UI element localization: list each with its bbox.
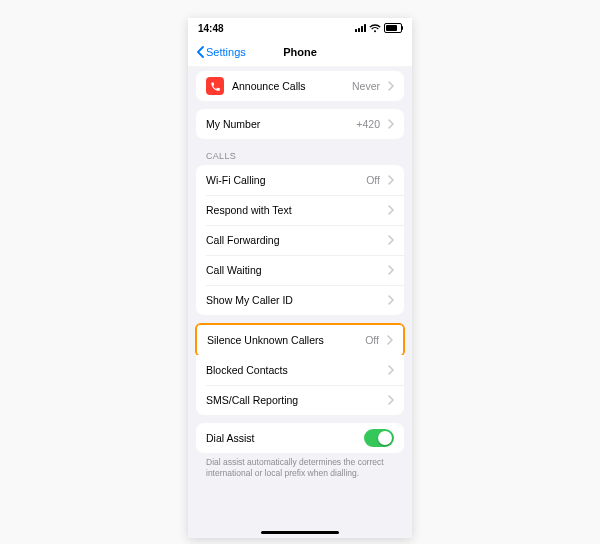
row-respond-with-text[interactable]: Respond with Text (196, 195, 404, 225)
row-silence-unknown[interactable]: Silence Unknown Callers Off (197, 325, 403, 355)
back-label: Settings (206, 46, 246, 58)
row-blocked-contacts[interactable]: Blocked Contacts (196, 355, 404, 385)
chevron-right-icon (388, 235, 394, 245)
show-caller-id-label: Show My Caller ID (206, 294, 380, 306)
chevron-right-icon (387, 335, 393, 345)
silence-unknown-value: Off (365, 334, 379, 346)
status-icons (355, 23, 402, 33)
group-announce: Announce Calls Never (196, 71, 404, 101)
chevron-right-icon (388, 395, 394, 405)
cellular-signal-icon (355, 24, 366, 32)
my-number-label: My Number (206, 118, 348, 130)
dial-assist-label: Dial Assist (206, 432, 356, 444)
chevron-right-icon (388, 119, 394, 129)
highlight-silence-unknown: Silence Unknown Callers Off (195, 323, 405, 357)
row-wifi-calling[interactable]: Wi-Fi Calling Off (196, 165, 404, 195)
announce-calls-icon (206, 77, 224, 95)
section-header-calls: CALLS (196, 139, 404, 165)
group-below: Blocked Contacts SMS/Call Reporting (196, 355, 404, 415)
call-waiting-label: Call Waiting (206, 264, 380, 276)
chevron-right-icon (388, 205, 394, 215)
phone-frame: 14:48 Settings Phone (188, 18, 412, 538)
wifi-icon (369, 24, 381, 33)
chevron-left-icon (196, 46, 204, 58)
dial-assist-footer: Dial assist automatically determines the… (196, 453, 404, 487)
sms-call-reporting-label: SMS/Call Reporting (206, 394, 380, 406)
row-sms-call-reporting[interactable]: SMS/Call Reporting (196, 385, 404, 415)
row-dial-assist[interactable]: Dial Assist (196, 423, 404, 453)
back-button[interactable]: Settings (196, 46, 246, 58)
row-show-caller-id[interactable]: Show My Caller ID (196, 285, 404, 315)
group-silence-unknown: Silence Unknown Callers Off (197, 325, 403, 355)
chevron-right-icon (388, 295, 394, 305)
chevron-right-icon (388, 175, 394, 185)
silence-unknown-label: Silence Unknown Callers (207, 334, 357, 346)
my-number-value: +420 (356, 118, 380, 130)
blocked-contacts-label: Blocked Contacts (206, 364, 380, 376)
row-my-number[interactable]: My Number +420 (196, 109, 404, 139)
group-my-number: My Number +420 (196, 109, 404, 139)
chevron-right-icon (388, 81, 394, 91)
call-forwarding-label: Call Forwarding (206, 234, 380, 246)
dial-assist-toggle[interactable] (364, 429, 394, 447)
row-call-forwarding[interactable]: Call Forwarding (196, 225, 404, 255)
respond-with-text-label: Respond with Text (206, 204, 380, 216)
wifi-calling-value: Off (366, 174, 380, 186)
chevron-right-icon (388, 265, 394, 275)
home-indicator[interactable] (261, 531, 339, 534)
status-time: 14:48 (198, 23, 224, 34)
row-announce-calls[interactable]: Announce Calls Never (196, 71, 404, 101)
status-bar: 14:48 (188, 18, 412, 38)
settings-content: Announce Calls Never My Number +420 CALL… (188, 71, 412, 487)
group-dial-assist: Dial Assist (196, 423, 404, 453)
battery-icon (384, 23, 402, 33)
chevron-right-icon (388, 365, 394, 375)
group-calls: Wi-Fi Calling Off Respond with Text Call… (196, 165, 404, 315)
row-call-waiting[interactable]: Call Waiting (196, 255, 404, 285)
announce-calls-label: Announce Calls (232, 80, 344, 92)
wifi-calling-label: Wi-Fi Calling (206, 174, 358, 186)
nav-bar: Settings Phone (188, 38, 412, 67)
announce-calls-value: Never (352, 80, 380, 92)
